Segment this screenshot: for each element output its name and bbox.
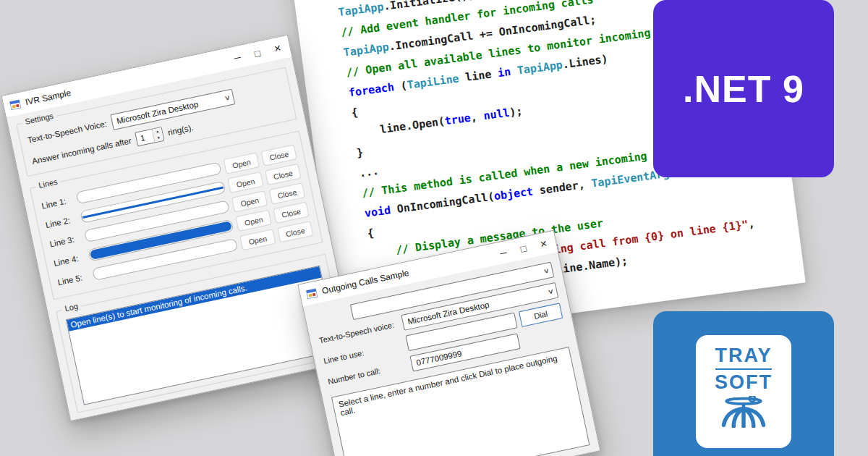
app-icon — [305, 287, 318, 300]
dotnet9-label: .NET 9 — [683, 67, 804, 111]
line-label: Line 2: — [45, 214, 78, 229]
chevron-down-icon: ∨ — [547, 287, 555, 296]
line-label: Line 4: — [53, 253, 86, 268]
log-group-label: Log — [61, 301, 82, 313]
traysoft-word-tray: TRAY — [715, 345, 772, 366]
traysoft-badge: TRAY SOFT — [653, 311, 834, 456]
line-label: Line 5: — [57, 271, 90, 287]
maximize-button[interactable]: □ — [519, 243, 527, 253]
settings-group-label: Settings — [22, 111, 57, 127]
spin-down-icon[interactable]: ▾ — [154, 134, 164, 142]
maximize-button[interactable]: □ — [254, 48, 261, 58]
line-label: Line 3: — [48, 233, 82, 248]
close-line-button[interactable]: Close — [277, 221, 313, 242]
traysoft-divider — [715, 368, 772, 370]
dotnet9-badge: .NET 9 — [653, 0, 834, 177]
chevron-down-icon: ∨ — [224, 93, 231, 102]
line-label: Line 1: — [41, 195, 74, 210]
social-card: // Initialize TAPITapiApp.Initialize();/… — [0, 0, 868, 456]
minimize-button[interactable]: ─ — [233, 52, 242, 63]
traysoft-word-soft: SOFT — [715, 372, 773, 393]
close-button[interactable]: × — [273, 42, 282, 55]
traysoft-logo: TRAY SOFT — [696, 335, 791, 448]
ivr-body: Settings Text-to-Speech Voice: Microsoft… — [7, 56, 357, 421]
ivr-sample-window: IVR Sample ─ □ × Settings Text-to-Speech… — [1, 35, 357, 421]
hand-tray-icon — [716, 396, 771, 428]
answer-suffix-label: ring(s). — [167, 123, 194, 137]
open-line-button[interactable]: Open — [239, 229, 276, 250]
rings-stepper[interactable]: 1 ▴▾ — [135, 127, 164, 146]
app-icon — [9, 98, 22, 111]
chevron-down-icon: ∨ — [542, 266, 550, 275]
minimize-button[interactable]: ─ — [499, 248, 508, 258]
close-button[interactable]: × — [539, 237, 548, 250]
lines-group-label: Lines — [35, 177, 61, 190]
stepper-arrows[interactable]: ▴▾ — [152, 127, 163, 142]
number-value: 0777009999 — [415, 349, 462, 367]
